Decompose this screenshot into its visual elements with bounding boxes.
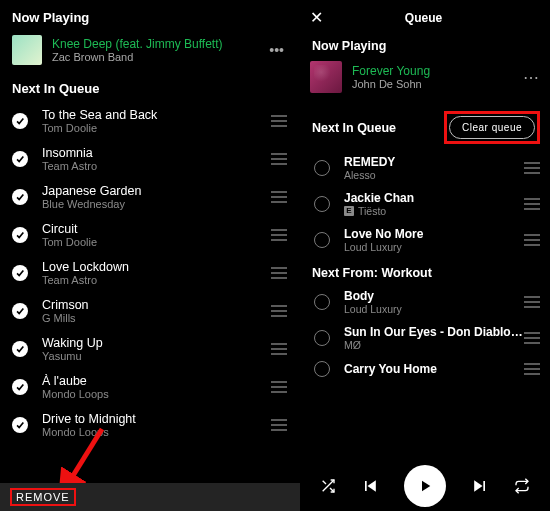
- drag-handle-icon[interactable]: [524, 363, 540, 375]
- queue-row[interactable]: Jackie ChanETiësto: [300, 186, 550, 222]
- select-circle[interactable]: [314, 196, 330, 212]
- checkbox-checked-icon[interactable]: [12, 303, 28, 319]
- more-icon[interactable]: •••: [265, 42, 288, 58]
- track-title: Japanese Garden: [42, 184, 270, 198]
- remove-button[interactable]: REMOVE: [10, 488, 76, 506]
- now-playing-artist: Zac Brown Band: [52, 51, 265, 63]
- checkbox-checked-icon[interactable]: [12, 341, 28, 357]
- drag-handle-icon[interactable]: [270, 305, 288, 317]
- play-button[interactable]: [404, 465, 446, 507]
- track-title: Crimson: [42, 298, 270, 312]
- close-icon[interactable]: ✕: [310, 8, 323, 27]
- track-title: To the Sea and Back: [42, 108, 270, 122]
- track-artist: Loud Luxury: [344, 241, 524, 253]
- next-in-queue-header: Next In Queue: [0, 71, 300, 102]
- now-playing-row[interactable]: Knee Deep (feat. Jimmy Buffett) Zac Brow…: [0, 31, 300, 71]
- now-playing-artist: John De Sohn: [352, 78, 523, 90]
- track-artist: Team Astro: [42, 274, 270, 286]
- checkbox-checked-icon[interactable]: [12, 227, 28, 243]
- track-title: À l'aube: [42, 374, 270, 388]
- drag-handle-icon[interactable]: [270, 115, 288, 127]
- checkbox-checked-icon[interactable]: [12, 379, 28, 395]
- track-artist: ETiësto: [344, 205, 524, 217]
- queue-row[interactable]: Love No MoreLoud Luxury: [300, 222, 550, 258]
- queue-row[interactable]: Love LockdownTeam Astro: [0, 254, 300, 292]
- explicit-badge: E: [344, 206, 354, 216]
- queue-row[interactable]: Waking UpYasumu: [0, 330, 300, 368]
- drag-handle-icon[interactable]: [270, 229, 288, 241]
- drag-handle-icon[interactable]: [524, 234, 540, 246]
- track-artist: Alesso: [344, 169, 524, 181]
- next-in-queue-header: Next In Queue: [312, 121, 396, 135]
- queue-row[interactable]: REMEDYAlesso: [300, 150, 550, 186]
- select-circle[interactable]: [314, 361, 330, 377]
- track-title: REMEDY: [344, 155, 524, 169]
- drag-handle-icon[interactable]: [270, 191, 288, 203]
- track-title: Carry You Home: [344, 362, 524, 376]
- now-playing-header: Now Playing: [300, 31, 550, 57]
- queue-row[interactable]: CrimsonG Mills: [0, 292, 300, 330]
- track-title: Drive to Midnight: [42, 412, 270, 426]
- track-title: Love Lockdown: [42, 260, 270, 274]
- track-title: Love No More: [344, 227, 524, 241]
- next-icon[interactable]: [470, 476, 490, 496]
- player-controls: [300, 465, 550, 507]
- queue-panel-desktop: Now Playing Knee Deep (feat. Jimmy Buffe…: [0, 0, 300, 511]
- queue-row[interactable]: Carry You Home: [300, 356, 550, 382]
- drag-handle-icon[interactable]: [524, 198, 540, 210]
- queue-row[interactable]: Drive to MidnightMondo Loops: [0, 406, 300, 444]
- drag-handle-icon[interactable]: [524, 296, 540, 308]
- now-playing-title: Knee Deep (feat. Jimmy Buffett): [52, 37, 265, 51]
- now-playing-title: Forever Young: [352, 64, 523, 78]
- checkbox-checked-icon[interactable]: [12, 417, 28, 433]
- annotation-highlight: Clear queue: [444, 111, 540, 144]
- drag-handle-icon[interactable]: [524, 162, 540, 174]
- select-circle[interactable]: [314, 330, 330, 346]
- queue-row[interactable]: CircuitTom Doolie: [0, 216, 300, 254]
- page-title: Queue: [405, 11, 442, 25]
- select-circle[interactable]: [314, 160, 330, 176]
- queue-row[interactable]: To the Sea and BackTom Doolie: [0, 102, 300, 140]
- track-artist: Mondo Loops: [42, 388, 270, 400]
- track-artist: Tom Doolie: [42, 236, 270, 248]
- select-circle[interactable]: [314, 294, 330, 310]
- drag-handle-icon[interactable]: [270, 343, 288, 355]
- now-playing-row[interactable]: Forever Young John De Sohn ⋯: [300, 57, 550, 101]
- track-title: Circuit: [42, 222, 270, 236]
- checkbox-checked-icon[interactable]: [12, 113, 28, 129]
- track-title: Insomnia: [42, 146, 270, 160]
- checkbox-checked-icon[interactable]: [12, 265, 28, 281]
- track-artist: G Mills: [42, 312, 270, 324]
- bottom-bar: REMOVE: [0, 483, 300, 511]
- album-art: [12, 35, 42, 65]
- track-artist: Loud Luxury: [344, 303, 524, 315]
- shuffle-icon[interactable]: [320, 478, 336, 494]
- drag-handle-icon[interactable]: [270, 267, 288, 279]
- previous-icon[interactable]: [360, 476, 380, 496]
- drag-handle-icon[interactable]: [270, 153, 288, 165]
- track-artist: Yasumu: [42, 350, 270, 362]
- album-art: [310, 61, 342, 93]
- select-circle[interactable]: [314, 232, 330, 248]
- queue-row[interactable]: Japanese GardenBlue Wednesday: [0, 178, 300, 216]
- drag-handle-icon[interactable]: [270, 419, 288, 431]
- queue-row[interactable]: BodyLoud Luxury: [300, 284, 550, 320]
- more-icon[interactable]: ⋯: [523, 68, 540, 87]
- svg-line-0: [66, 429, 102, 487]
- track-artist: Tom Doolie: [42, 122, 270, 134]
- clear-queue-button[interactable]: Clear queue: [449, 116, 535, 139]
- checkbox-checked-icon[interactable]: [12, 151, 28, 167]
- track-artist: MØ: [344, 339, 524, 351]
- drag-handle-icon[interactable]: [270, 381, 288, 393]
- queue-row[interactable]: InsomniaTeam Astro: [0, 140, 300, 178]
- track-artist: Blue Wednesday: [42, 198, 270, 210]
- track-title: Sun In Our Eyes - Don Diablo Re...: [344, 325, 524, 339]
- queue-row[interactable]: Sun In Our Eyes - Don Diablo Re...MØ: [300, 320, 550, 356]
- track-title: Body: [344, 289, 524, 303]
- now-playing-header: Now Playing: [0, 0, 300, 31]
- queue-row[interactable]: À l'aubeMondo Loops: [0, 368, 300, 406]
- repeat-icon[interactable]: [514, 478, 530, 494]
- drag-handle-icon[interactable]: [524, 332, 540, 344]
- checkbox-checked-icon[interactable]: [12, 189, 28, 205]
- track-artist: Team Astro: [42, 160, 270, 172]
